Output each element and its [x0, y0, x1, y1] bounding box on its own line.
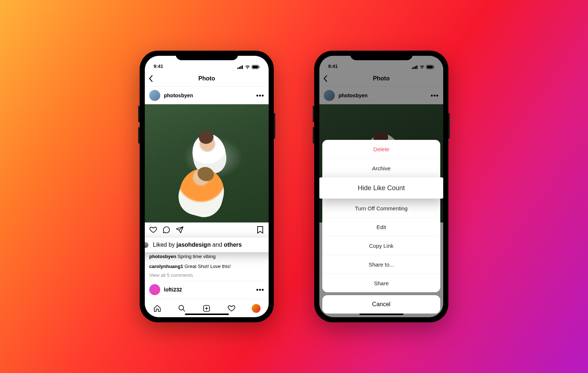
action-sheet-item[interactable]: Share — [322, 274, 440, 292]
post-image[interactable] — [145, 104, 269, 222]
action-sheet-item[interactable]: Turn Off Commenting — [322, 199, 440, 217]
post-comment: carolynhuang1 Great Shot! Love this! — [145, 262, 269, 272]
post-more-button[interactable]: ••• — [256, 92, 264, 99]
post-caption: photosbyen Spring time vibing — [145, 252, 269, 262]
svg-rect-6 — [259, 66, 260, 68]
liked-by-callout[interactable]: Liked by jasohdesign and others — [145, 238, 269, 252]
action-sheet-item[interactable]: Share to... — [322, 255, 440, 274]
post-more-button[interactable]: ••• — [256, 286, 264, 294]
notch — [350, 51, 413, 60]
svg-point-7 — [179, 305, 184, 310]
svg-rect-5 — [252, 66, 258, 68]
post-header: photosbyen ••• — [145, 87, 269, 104]
share-icon[interactable] — [176, 226, 184, 234]
liked-by-avatars — [145, 241, 149, 249]
notch — [176, 51, 238, 60]
profile-tab-icon[interactable] — [252, 304, 260, 312]
activity-tab-icon[interactable] — [227, 304, 236, 312]
search-tab-icon[interactable] — [178, 304, 186, 312]
signal-icon — [237, 65, 243, 69]
svg-rect-2 — [240, 66, 241, 69]
post-actions — [145, 222, 269, 237]
svg-rect-1 — [239, 67, 240, 69]
view-all-comments[interactable]: View all 5 comments — [145, 272, 269, 281]
action-sheet-list: DeleteArchiveHide Like CountTurn Off Com… — [322, 140, 440, 292]
battery-icon — [252, 65, 260, 69]
phone-right: 9:41 Photo photosbyen ••• DeleteArchiveH… — [314, 51, 448, 322]
status-time: 9:41 — [154, 64, 163, 69]
comment-icon[interactable] — [162, 226, 171, 234]
action-sheet-item[interactable]: Copy Link — [322, 236, 440, 255]
like-icon[interactable] — [149, 226, 157, 234]
create-tab-icon[interactable] — [202, 304, 211, 312]
liked-by-text: Liked by jasohdesign and others — [153, 242, 242, 248]
next-post-header: lofti232 ••• — [145, 281, 269, 298]
avatar[interactable] — [149, 284, 160, 295]
screen: 9:41 Photo photosbyen ••• — [145, 56, 269, 317]
post-username[interactable]: lofti232 — [164, 287, 252, 293]
wifi-icon — [245, 65, 250, 69]
home-indicator — [359, 314, 404, 315]
action-sheet-item[interactable]: Archive — [322, 159, 440, 177]
phone-left: 9:41 Photo photosbyen ••• — [140, 51, 274, 322]
bookmark-icon[interactable] — [256, 226, 264, 234]
screen: 9:41 Photo photosbyen ••• DeleteArchiveH… — [319, 56, 443, 317]
action-sheet-cancel[interactable]: Cancel — [322, 295, 440, 314]
avatar[interactable] — [149, 90, 160, 101]
action-sheet-item[interactable]: Hide Like Count — [319, 177, 443, 199]
svg-rect-3 — [242, 65, 243, 69]
nav-bar: Photo — [145, 70, 269, 87]
back-button[interactable] — [148, 75, 153, 82]
action-sheet: DeleteArchiveHide Like CountTurn Off Com… — [322, 140, 440, 314]
home-tab-icon[interactable] — [153, 304, 161, 312]
svg-rect-0 — [237, 68, 239, 69]
post-username[interactable]: photosbyen — [164, 93, 252, 98]
home-indicator — [185, 314, 229, 315]
status-indicators — [237, 65, 260, 69]
action-sheet-item[interactable]: Delete — [322, 140, 440, 159]
action-sheet-item[interactable]: Edit — [322, 217, 440, 236]
page-title: Photo — [198, 75, 215, 82]
